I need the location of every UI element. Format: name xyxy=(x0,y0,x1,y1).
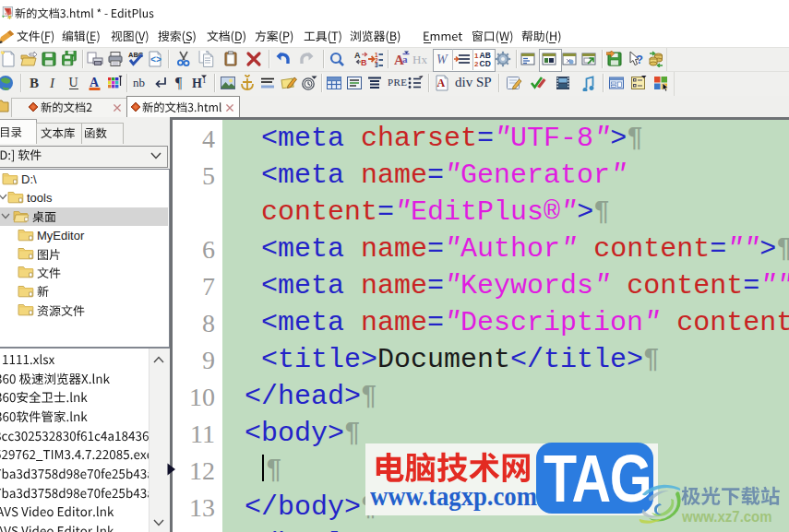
svg-text:B: B xyxy=(30,76,39,90)
svg-text:W: W xyxy=(436,53,448,66)
svg-text:I: I xyxy=(49,76,55,90)
svg-text:U: U xyxy=(69,76,78,89)
svg-text:H: H xyxy=(192,77,202,90)
svg-text:A: A xyxy=(90,76,100,89)
svg-text:¶: ¶ xyxy=(175,75,183,90)
svg-text:2: 2 xyxy=(474,60,479,68)
svg-text:CD: CD xyxy=(480,59,491,68)
svg-text:<>: <> xyxy=(150,55,161,65)
svg-text:3: 3 xyxy=(375,62,378,67)
svg-text:B: B xyxy=(361,58,367,67)
svg-text:?: ? xyxy=(636,53,643,66)
svg-text:a: a xyxy=(402,53,408,65)
svg-text:A: A xyxy=(354,51,361,60)
svg-text:nb: nb xyxy=(133,76,145,89)
svg-text:Hx: Hx xyxy=(412,53,427,66)
svg-text:A: A xyxy=(437,77,446,89)
